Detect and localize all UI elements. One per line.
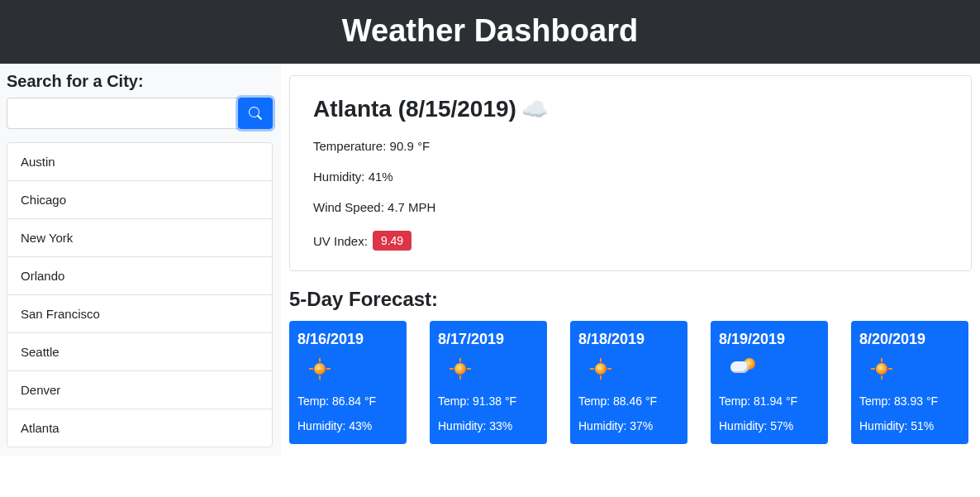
forecast-humidity: Humidity: 57% bbox=[719, 419, 820, 432]
forecast-temp: Temp: 81.94 °F bbox=[719, 394, 820, 408]
sun-icon bbox=[309, 358, 331, 380]
search-button[interactable] bbox=[238, 98, 273, 129]
forecast-temp: Temp: 91.38 °F bbox=[438, 394, 539, 408]
history-item[interactable]: Austin bbox=[7, 143, 272, 181]
sun-icon bbox=[450, 358, 471, 380]
forecast-humidity: Humidity: 33% bbox=[438, 419, 539, 432]
forecast-humidity: Humidity: 37% bbox=[578, 419, 679, 432]
forecast-date: 8/19/2019 bbox=[719, 331, 820, 348]
history-item[interactable]: Denver bbox=[7, 371, 272, 409]
forecast-date: 8/16/2019 bbox=[297, 331, 398, 348]
forecast-title: 5-Day Forecast: bbox=[289, 288, 972, 311]
app-header: Weather Dashboard bbox=[0, 0, 980, 64]
history-item[interactable]: Chicago bbox=[7, 181, 272, 219]
history-item[interactable]: New York bbox=[7, 219, 272, 257]
history-item[interactable]: Seattle bbox=[7, 333, 272, 371]
current-wind-speed: Wind Speed: 4.7 MPH bbox=[313, 200, 948, 214]
current-uv-row: UV Index: 9.49 bbox=[313, 231, 948, 251]
search-icon bbox=[249, 107, 262, 120]
city-search-input[interactable] bbox=[7, 98, 239, 129]
page-title: Weather Dashboard bbox=[0, 13, 980, 49]
forecast-humidity: Humidity: 51% bbox=[859, 419, 960, 432]
current-weather-card: Atlanta (8/15/2019) ☁️ Temperature: 90.9… bbox=[289, 75, 972, 271]
forecast-temp: Temp: 83.93 °F bbox=[859, 394, 960, 408]
rain-icon bbox=[730, 358, 755, 380]
forecast-date: 8/17/2019 bbox=[438, 331, 539, 348]
forecast-row: 8/16/2019 Temp: 86.84 °F Humidity: 43% 8… bbox=[289, 321, 972, 444]
uv-label: UV Index: bbox=[313, 234, 368, 248]
main-panel: Atlanta (8/15/2019) ☁️ Temperature: 90.9… bbox=[281, 64, 980, 456]
forecast-humidity: Humidity: 43% bbox=[297, 419, 398, 432]
current-city-date: Atlanta (8/15/2019) bbox=[313, 96, 516, 122]
history-item[interactable]: Atlanta bbox=[7, 409, 272, 447]
forecast-card: 8/19/2019 Temp: 81.94 °F Humidity: 57% bbox=[711, 321, 828, 444]
forecast-temp: Temp: 86.84 °F bbox=[297, 394, 398, 408]
forecast-date: 8/18/2019 bbox=[578, 331, 679, 348]
sun-icon bbox=[871, 358, 892, 380]
current-temperature: Temperature: 90.9 °F bbox=[313, 139, 948, 153]
search-label: Search for a City: bbox=[7, 72, 273, 91]
forecast-card: 8/18/2019 Temp: 88.46 °F Humidity: 37% bbox=[570, 321, 687, 444]
forecast-date: 8/20/2019 bbox=[859, 331, 960, 348]
search-history-list: Austin Chicago New York Orlando San Fran… bbox=[7, 142, 273, 447]
forecast-card: 8/17/2019 Temp: 91.38 °F Humidity: 33% bbox=[430, 321, 547, 444]
main-container: Search for a City: Austin Chicago New Yo… bbox=[0, 64, 980, 456]
history-item[interactable]: San Francisco bbox=[7, 295, 272, 333]
forecast-temp: Temp: 88.46 °F bbox=[578, 394, 679, 408]
current-heading: Atlanta (8/15/2019) ☁️ bbox=[313, 96, 948, 122]
uv-badge: 9.49 bbox=[373, 231, 412, 251]
search-row bbox=[7, 98, 273, 129]
forecast-card: 8/16/2019 Temp: 86.84 °F Humidity: 43% bbox=[289, 321, 407, 444]
history-item[interactable]: Orlando bbox=[7, 257, 272, 295]
forecast-card: 8/20/2019 Temp: 83.93 °F Humidity: 51% bbox=[851, 321, 968, 444]
sun-icon bbox=[590, 358, 611, 380]
current-humidity: Humidity: 41% bbox=[313, 170, 948, 184]
sidebar: Search for a City: Austin Chicago New Yo… bbox=[0, 64, 281, 456]
cloud-icon: ☁️ bbox=[521, 98, 548, 120]
